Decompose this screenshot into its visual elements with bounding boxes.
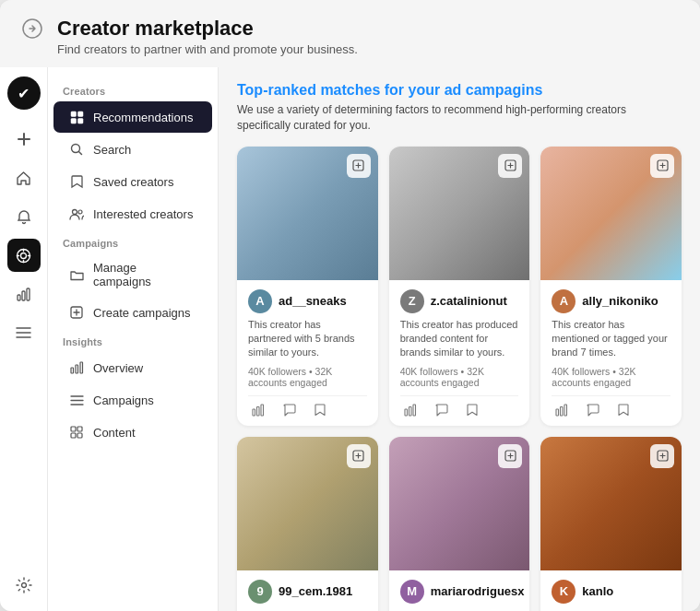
sidebar: Creators Recommendations Search Saved cr… xyxy=(48,67,219,611)
sidebar-item-label: Overview xyxy=(93,361,143,375)
settings-icon[interactable] xyxy=(7,569,41,602)
svg-point-12 xyxy=(73,209,77,214)
stats-action-button[interactable] xyxy=(400,402,421,418)
card-description: This creator has partnered with 5 brands… xyxy=(248,318,367,360)
svg-rect-8 xyxy=(77,112,83,117)
avatar: A xyxy=(248,289,272,313)
chart-bar-icon[interactable] xyxy=(7,277,41,311)
card-description: This creator has mentioned or tagged you… xyxy=(552,318,670,360)
plus-box-icon xyxy=(68,304,85,321)
icon-rail: ✔ xyxy=(0,67,48,611)
sidebar-item-recommendations[interactable]: Recommendations xyxy=(53,101,212,133)
sidebar-item-campaigns-insight[interactable]: Campaigns xyxy=(53,384,212,416)
svg-rect-19 xyxy=(77,427,82,431)
card-user: A ally_nikoniko xyxy=(552,289,670,313)
card-body: A ad__sneaks This creator has partnered … xyxy=(237,280,378,426)
card-save-button[interactable] xyxy=(498,154,522,178)
card-stats: 40K followers • 32K accounts engaged xyxy=(248,366,367,388)
sidebar-item-create-campaigns[interactable]: Create campaigns xyxy=(53,297,212,328)
bell-icon[interactable] xyxy=(7,200,41,233)
card-username: ally_nikoniko xyxy=(582,294,658,308)
comment-action-button[interactable] xyxy=(279,402,300,418)
bookmark-action-button[interactable] xyxy=(614,402,633,418)
comment-action-button[interactable] xyxy=(432,402,452,418)
card-body: A ally_nikoniko This creator has mention… xyxy=(540,280,682,426)
card-username: kanlo xyxy=(582,584,613,598)
main-layout: ✔ xyxy=(0,67,700,611)
brand-icon[interactable]: ✔ xyxy=(7,76,41,110)
svg-rect-25 xyxy=(261,405,264,416)
header-icon xyxy=(22,18,42,42)
card-save-button[interactable] xyxy=(347,444,371,468)
card-save-button[interactable] xyxy=(650,154,674,178)
bookmark-action-button[interactable] xyxy=(463,402,481,418)
sidebar-item-label: Campaigns xyxy=(93,394,154,407)
avatar: M xyxy=(400,580,424,604)
card-username: ad__sneaks xyxy=(279,294,347,308)
card-save-button[interactable] xyxy=(347,154,371,178)
comment-action-button[interactable] xyxy=(583,402,603,418)
svg-rect-20 xyxy=(71,433,76,438)
stats-action-button[interactable] xyxy=(552,402,572,418)
card-stats: 40K followers • 32K accounts engaged xyxy=(552,366,670,388)
svg-point-2 xyxy=(21,253,27,258)
sidebar-item-label: Content xyxy=(93,426,136,440)
avatar: 9 xyxy=(248,580,272,604)
header: Creator marketplace Find creators to par… xyxy=(0,0,700,67)
activity-icon[interactable] xyxy=(7,239,41,272)
card-username: 99_cem.1981 xyxy=(279,584,352,598)
stats-action-button[interactable] xyxy=(248,402,268,418)
creator-card: A ally_nikoniko This creator has mention… xyxy=(540,147,682,426)
app-window: Creator marketplace Find creators to par… xyxy=(0,0,700,611)
svg-rect-9 xyxy=(71,118,77,123)
page-title: Creator marketplace xyxy=(57,17,358,41)
svg-rect-27 xyxy=(405,409,408,416)
svg-point-6 xyxy=(21,583,26,588)
sidebar-item-label: Manage campaigns xyxy=(93,261,197,288)
sidebar-section-insights: Insights xyxy=(48,329,218,351)
hamburger-icon[interactable] xyxy=(7,316,41,349)
add-icon[interactable] xyxy=(7,123,41,156)
svg-rect-28 xyxy=(409,406,411,416)
card-image xyxy=(540,437,682,570)
creator-card: K kanlo This creator has a high engageme… xyxy=(540,437,682,611)
card-stats: 40K followers • 32K accounts engaged xyxy=(400,366,519,388)
bookmark-action-button[interactable] xyxy=(311,402,329,418)
card-save-button[interactable] xyxy=(650,444,674,468)
sidebar-item-label: Recommendations xyxy=(93,111,193,124)
svg-rect-21 xyxy=(77,433,82,438)
search-icon xyxy=(68,141,85,158)
svg-rect-4 xyxy=(22,291,25,300)
main-content: Top-ranked matches for your ad campagins… xyxy=(219,67,700,611)
svg-rect-32 xyxy=(561,406,564,416)
page-subtitle: Find creators to partner with and promot… xyxy=(57,42,358,56)
content-icon xyxy=(68,424,85,441)
svg-rect-24 xyxy=(257,406,260,416)
sidebar-item-interested-creators[interactable]: Interested creators xyxy=(53,198,212,229)
svg-rect-33 xyxy=(564,405,567,416)
card-description: This creator has produced branded conten… xyxy=(400,318,519,360)
svg-rect-29 xyxy=(413,405,416,416)
svg-rect-23 xyxy=(253,409,255,416)
sidebar-item-search[interactable]: Search xyxy=(53,134,212,165)
card-save-button[interactable] xyxy=(498,444,522,468)
creator-card: M mariarodriguesx This creator has produ… xyxy=(389,437,530,611)
sidebar-item-label: Saved creators xyxy=(93,175,173,189)
overview-icon xyxy=(68,359,85,376)
sidebar-item-manage-campaigns[interactable]: Manage campaigns xyxy=(53,253,212,296)
svg-rect-10 xyxy=(77,118,83,123)
sidebar-section-campaigns: Campaigns xyxy=(48,230,218,253)
recommendations-icon xyxy=(68,109,85,125)
sidebar-item-label: Create campaigns xyxy=(93,306,191,320)
sidebar-item-overview[interactable]: Overview xyxy=(53,352,212,383)
card-image xyxy=(237,437,378,570)
svg-rect-3 xyxy=(18,295,20,300)
home-icon[interactable] xyxy=(7,161,41,194)
card-body: M mariarodriguesx This creator has produ… xyxy=(389,570,530,611)
card-actions xyxy=(248,395,367,418)
sidebar-item-content[interactable]: Content xyxy=(53,417,212,448)
card-user: A ad__sneaks xyxy=(248,289,367,313)
card-body: 9 99_cem.1981 This creator's content has… xyxy=(237,570,378,611)
sidebar-item-saved-creators[interactable]: Saved creators xyxy=(53,166,212,197)
header-text: Creator marketplace Find creators to par… xyxy=(57,17,358,56)
